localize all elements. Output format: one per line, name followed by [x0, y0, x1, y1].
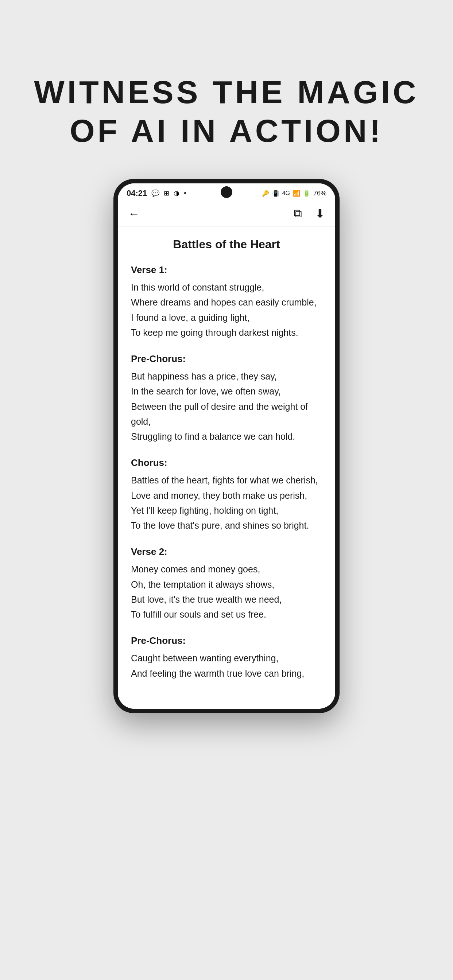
section-lyrics-3: Money comes and money goes,Oh, the tempt… — [131, 562, 322, 622]
section-label-4: Pre-Chorus: — [131, 635, 322, 646]
network-icon: 4G — [282, 190, 290, 197]
lyrics-section-3: Verse 2:Money comes and money goes,Oh, t… — [131, 546, 322, 622]
lyrics-section-2: Chorus:Battles of the heart, fights for … — [131, 457, 322, 533]
section-lyrics-2: Battles of the heart, fights for what we… — [131, 473, 322, 533]
section-label-2: Chorus: — [131, 457, 322, 468]
song-sections: Verse 1:In this world of constant strugg… — [131, 264, 322, 681]
hero-section: WITNESS THE MAGIC OF AI IN ACTION! — [34, 73, 419, 150]
hero-title-line2: OF AI IN ACTION! — [34, 111, 419, 150]
whatsapp-icon: 💬 — [152, 189, 160, 197]
phone-mockup: 04:21 💬 ⊞ ◑ • 🔑 📳 4G 📶 🔋 76% ← ⧉ ⬇ — [113, 179, 340, 713]
hero-title-line1: WITNESS THE MAGIC — [34, 73, 419, 111]
back-button[interactable]: ← — [128, 207, 140, 221]
battery-icon: 🔋 — [303, 190, 310, 197]
phone-screen: 04:21 💬 ⊞ ◑ • 🔑 📳 4G 📶 🔋 76% ← ⧉ ⬇ — [118, 183, 335, 709]
status-icons-right: 🔑 📳 4G 📶 🔋 76% — [262, 189, 327, 197]
camera-notch — [221, 186, 232, 198]
section-lyrics-4: Caught between wanting everything,And fe… — [131, 651, 322, 681]
dot-icon: • — [184, 189, 186, 197]
copy-status-icon: ⊞ — [164, 189, 169, 197]
lyrics-section-0: Verse 1:In this world of constant strugg… — [131, 264, 322, 340]
media-icon: ◑ — [174, 189, 179, 197]
section-label-3: Verse 2: — [131, 546, 322, 557]
status-bar: 04:21 💬 ⊞ ◑ • 🔑 📳 4G 📶 🔋 76% — [118, 183, 335, 201]
signal-icon: 📶 — [293, 190, 300, 197]
copy-button[interactable]: ⧉ — [293, 207, 302, 221]
volume-icon: 📳 — [272, 190, 279, 197]
section-lyrics-0: In this world of constant struggle,Where… — [131, 280, 322, 340]
lyrics-section-1: Pre-Chorus:But happiness has a price, th… — [131, 353, 322, 444]
battery-percentage: 76% — [313, 189, 327, 197]
key-icon: 🔑 — [262, 190, 269, 197]
section-lyrics-1: But happiness has a price, they say,In t… — [131, 369, 322, 444]
lyrics-section-4: Pre-Chorus:Caught between wanting everyt… — [131, 635, 322, 681]
song-title: Battles of the Heart — [131, 238, 322, 251]
song-content: Battles of the Heart Verse 1:In this wor… — [118, 227, 335, 709]
status-time: 04:21 — [126, 188, 147, 198]
section-label-0: Verse 1: — [131, 264, 322, 275]
app-toolbar: ← ⧉ ⬇ — [118, 201, 335, 227]
section-label-1: Pre-Chorus: — [131, 353, 322, 364]
download-button[interactable]: ⬇ — [315, 207, 325, 221]
